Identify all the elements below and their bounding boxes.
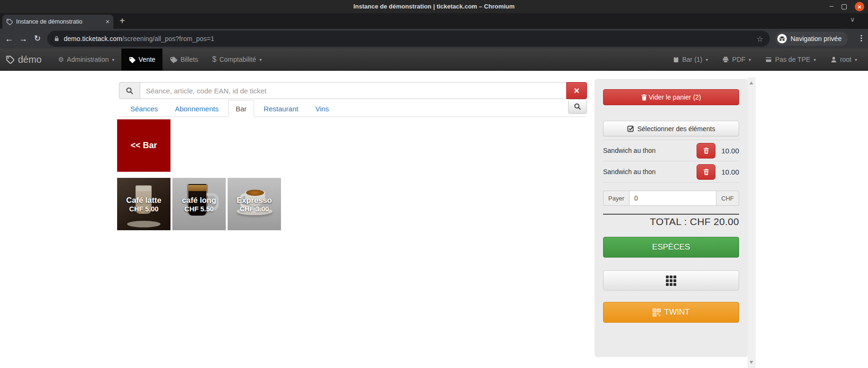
- cart-items: Sandwich au thon 10.00 Sandwich au thon: [603, 140, 739, 183]
- remove-item-button[interactable]: [697, 143, 715, 159]
- tab-abonnements[interactable]: Abonnements: [167, 100, 226, 117]
- window-controls: – ×: [830, 0, 864, 13]
- printer-icon: [722, 56, 729, 63]
- browser-tab-strip: Instance de démonstratio × + ∨: [0, 13, 868, 29]
- lock-icon: [54, 35, 60, 42]
- restore-button[interactable]: [842, 4, 847, 9]
- product-price: CHF 5.00: [129, 205, 158, 213]
- address-domain: demo.ticketack.com: [64, 35, 122, 42]
- incognito-icon: [777, 34, 787, 43]
- incognito-badge: Navigation privée: [775, 32, 848, 46]
- bookmark-star-icon[interactable]: ☆: [757, 34, 763, 43]
- brand-logo[interactable]: démo: [0, 49, 51, 70]
- browser-tab[interactable]: Instance de démonstratio ×: [2, 15, 113, 29]
- pay-twint-button[interactable]: TWINT: [603, 302, 739, 323]
- forward-button[interactable]: →: [17, 33, 29, 44]
- select-items-button[interactable]: Sélectionner des éléments: [603, 121, 739, 136]
- pay-amount-input[interactable]: [629, 191, 716, 206]
- tab-restaurant[interactable]: Restaurant: [256, 100, 306, 117]
- nav-item-pos-bar[interactable]: Bar (1) ▾: [665, 49, 715, 70]
- category-tabs: Séances Abonnements Bar Restaurant Vins: [119, 100, 587, 117]
- product-price: CHF 3.00: [239, 205, 269, 213]
- caret-icon: ▾: [749, 57, 751, 62]
- product-tile-cafe-latte[interactable]: Café latte CHF 5.00: [117, 178, 170, 230]
- total-divider: [603, 214, 739, 215]
- tab-seances[interactable]: Séances: [123, 100, 165, 117]
- cart-item-row: Sandwich au thon 10.00: [603, 161, 739, 183]
- browser-menu-button[interactable]: ⋮: [858, 33, 865, 42]
- gear-icon: ⚙: [58, 56, 64, 63]
- product-tile-cafe-long[interactable]: café long CHF 5.50: [172, 178, 226, 230]
- remove-item-button[interactable]: [697, 164, 715, 180]
- caret-icon: ▾: [855, 57, 857, 62]
- keypad-button[interactable]: [603, 270, 739, 291]
- qr-code-icon: [653, 309, 661, 317]
- caret-icon: ▾: [112, 57, 114, 62]
- site-navbar: démo ⚙ Administration ▾ Vente: [0, 49, 868, 71]
- trash-icon: [703, 168, 709, 176]
- cart-item-price: 10.00: [715, 168, 739, 176]
- nav-item-comptabilite[interactable]: $ Comptabilité ▾: [205, 49, 269, 70]
- nav-item-pdf[interactable]: PDF ▾: [715, 49, 758, 70]
- caret-icon: ▾: [706, 57, 708, 62]
- browser-toolbar: ← → ↻ demo.ticketack.com /screening/all_…: [0, 29, 868, 49]
- product-name: café long: [182, 195, 216, 205]
- tab-search-chevron-icon[interactable]: ∨: [850, 16, 855, 23]
- user-icon: [830, 56, 837, 63]
- nav-item-administration[interactable]: ⚙ Administration ▾: [51, 49, 121, 70]
- checkbox-icon: [627, 125, 634, 132]
- trash-icon: [641, 94, 647, 101]
- search-icon: [574, 103, 581, 110]
- category-back-tile[interactable]: << Bar: [117, 119, 170, 172]
- address-path: /screening/all_pos?from_pos=1: [122, 35, 214, 42]
- product-name: Expresso: [237, 195, 272, 205]
- cart-total: TOTAL : CHF 20.00: [603, 216, 739, 227]
- tag-icon: [128, 56, 136, 63]
- cart-item-row: Sandwich au thon 10.00: [603, 140, 739, 161]
- scroll-up-arrow-icon[interactable]: [749, 82, 753, 84]
- back-button[interactable]: ←: [3, 33, 15, 44]
- search-icon: [119, 82, 140, 99]
- tab-vins[interactable]: Vins: [308, 100, 337, 117]
- close-window-button[interactable]: ×: [855, 2, 864, 11]
- screen: Instance de démonstration | ticketack.co…: [0, 0, 868, 368]
- tags-icon: [170, 56, 178, 63]
- brand-label: démo: [18, 54, 42, 65]
- ticket-favicon-icon: [6, 18, 13, 25]
- cart-panel: Vider le panier (2) Sélectionner des élé…: [595, 79, 748, 357]
- card-terminal-icon: [765, 56, 772, 63]
- incognito-badge-label: Navigation privée: [791, 35, 842, 42]
- nav-item-tpe[interactable]: Pas de TPE ▾: [758, 49, 823, 70]
- search-input[interactable]: [140, 82, 566, 99]
- nav-item-billets[interactable]: Billets: [162, 49, 205, 70]
- window-title: Instance de démonstration | ticketack.co…: [0, 3, 868, 10]
- tab-bar[interactable]: Bar: [228, 100, 254, 117]
- dollar-icon: $: [213, 55, 217, 64]
- scroll-down-arrow-icon[interactable]: [749, 361, 753, 364]
- trash-icon: [703, 147, 709, 154]
- grid-icon: [666, 276, 676, 286]
- currency-label: CHF: [716, 191, 739, 206]
- browser-tab-title: Instance de démonstratio: [16, 18, 102, 25]
- address-bar[interactable]: demo.ticketack.com /screening/all_pos?fr…: [47, 31, 770, 47]
- pay-label: Payer: [603, 191, 629, 206]
- caret-icon: ▾: [814, 57, 816, 62]
- reload-button[interactable]: ↻: [31, 33, 43, 44]
- catalog-search-button[interactable]: [568, 99, 587, 114]
- tab-close-icon[interactable]: ×: [106, 18, 110, 25]
- clear-search-button[interactable]: ×: [566, 82, 587, 99]
- minimize-button[interactable]: –: [830, 2, 834, 9]
- new-tab-button[interactable]: +: [119, 16, 125, 26]
- clear-cart-button[interactable]: Vider le panier (2): [603, 89, 739, 105]
- cart-item-name: Sandwich au thon: [603, 168, 697, 176]
- page-scrollbar[interactable]: [748, 77, 756, 368]
- cart-item-name: Sandwich au thon: [603, 147, 697, 154]
- nav-item-vente[interactable]: Vente: [121, 49, 162, 70]
- pay-cash-button[interactable]: ESPÈCES: [603, 237, 739, 258]
- nav-item-user[interactable]: root ▾: [823, 49, 864, 70]
- search-group: ×: [119, 82, 587, 99]
- caret-icon: ▾: [259, 57, 262, 62]
- pay-input-group: Payer CHF: [603, 191, 739, 206]
- product-tile-expresso[interactable]: Expresso CHF 3.00: [228, 178, 281, 230]
- product-price: CHF 5.50: [184, 205, 213, 213]
